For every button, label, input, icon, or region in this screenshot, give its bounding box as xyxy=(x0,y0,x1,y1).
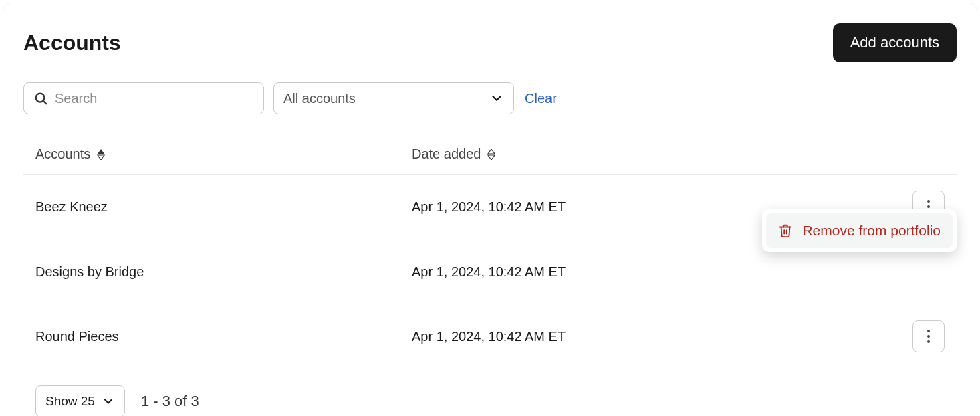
column-header-date-added[interactable]: Date added xyxy=(412,146,904,162)
header-row: Accounts Add accounts xyxy=(23,23,957,62)
search-icon xyxy=(33,91,48,106)
page-size-label: Show 25 xyxy=(45,394,95,409)
search-input[interactable] xyxy=(55,91,254,106)
controls-row: All accounts Clear xyxy=(23,82,957,114)
svg-marker-3 xyxy=(98,155,104,160)
svg-marker-2 xyxy=(98,149,104,154)
add-accounts-button[interactable]: Add accounts xyxy=(833,23,957,62)
chevron-down-icon xyxy=(489,91,504,106)
svg-marker-5 xyxy=(488,155,495,160)
pagination-info: 1 - 3 of 3 xyxy=(141,393,199,410)
search-field[interactable] xyxy=(23,82,264,114)
table-header: Accounts Date added xyxy=(23,138,957,175)
table-row: Beez Kneez Apr 1, 2024, 10:42 AM ET Remo… xyxy=(23,175,957,239)
sort-icon xyxy=(97,149,105,160)
remove-from-portfolio-item[interactable]: Remove from portfolio xyxy=(766,213,953,248)
column-header-accounts-label: Accounts xyxy=(35,146,90,162)
accounts-panel: Accounts Add accounts All accounts Clear… xyxy=(3,3,977,416)
chevron-down-icon xyxy=(102,395,115,408)
row-actions-button[interactable] xyxy=(912,320,945,352)
account-name-cell: Designs by Bridge xyxy=(35,264,412,280)
svg-line-1 xyxy=(43,101,46,104)
accounts-filter-select[interactable]: All accounts xyxy=(273,82,514,114)
accounts-table: Accounts Date added Beez Kneez Apr 1, 20… xyxy=(23,138,957,369)
kebab-icon xyxy=(927,330,930,343)
column-header-accounts[interactable]: Accounts xyxy=(35,146,412,162)
trash-icon xyxy=(778,223,793,238)
accounts-filter-label: All accounts xyxy=(283,91,356,106)
account-name-cell: Round Pieces xyxy=(35,329,412,344)
row-context-menu: Remove from portfolio xyxy=(762,209,957,252)
page-title: Accounts xyxy=(23,31,121,56)
column-header-date-added-label: Date added xyxy=(412,146,481,162)
svg-marker-4 xyxy=(488,149,495,154)
remove-from-portfolio-label: Remove from portfolio xyxy=(802,223,941,239)
account-name-cell: Beez Kneez xyxy=(35,199,412,215)
date-added-cell: Apr 1, 2024, 10:42 AM ET xyxy=(412,329,904,344)
page-size-select[interactable]: Show 25 xyxy=(35,385,125,416)
table-row: Round Pieces Apr 1, 2024, 10:42 AM ET xyxy=(23,304,957,369)
clear-filters-link[interactable]: Clear xyxy=(525,91,557,106)
date-added-cell: Apr 1, 2024, 10:42 AM ET xyxy=(412,264,904,280)
table-footer: Show 25 1 - 3 of 3 xyxy=(23,385,957,416)
sort-icon xyxy=(487,149,495,160)
